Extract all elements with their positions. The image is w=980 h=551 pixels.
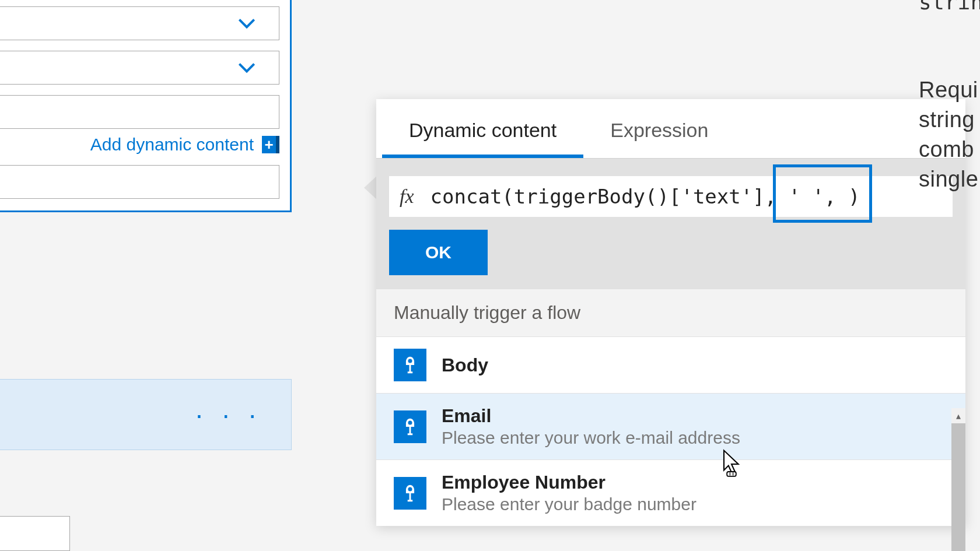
item-title: Body bbox=[442, 355, 488, 376]
ok-button[interactable]: OK bbox=[389, 230, 488, 275]
ok-row: OK bbox=[376, 230, 965, 289]
trigger-icon bbox=[394, 410, 426, 443]
tooltip-line: string bbox=[919, 105, 980, 135]
expression-bar-container: fx concat(triggerBody()['text'], ' ', ) bbox=[376, 159, 965, 230]
tooltip-line: comb bbox=[919, 135, 980, 164]
dynamic-content-list: Body Email Please enter your work e-mail… bbox=[376, 337, 965, 526]
collapsed-input-row[interactable] bbox=[0, 51, 279, 85]
action-card: Add dynamic content + bbox=[0, 0, 292, 212]
list-item[interactable]: Email Please enter your work e-mail addr… bbox=[376, 394, 965, 460]
tooltip-line: Requi bbox=[919, 75, 980, 105]
svg-point-0 bbox=[408, 359, 412, 363]
chevron-down-icon bbox=[236, 12, 258, 34]
list-item[interactable]: Employee Number Please enter your badge … bbox=[376, 460, 965, 526]
tab-dynamic-content[interactable]: Dynamic content bbox=[382, 119, 583, 158]
action-step-collapsed[interactable]: · · · bbox=[0, 379, 292, 450]
item-description: Please enter your badge number bbox=[442, 494, 696, 514]
item-title: Employee Number bbox=[442, 472, 696, 493]
tooltip-text-cut: strin Requi string comb single bbox=[919, 0, 980, 195]
item-title: Email bbox=[442, 405, 740, 427]
tab-bar: Dynamic content Expression bbox=[376, 99, 965, 159]
ellipsis-icon[interactable]: · · · bbox=[195, 399, 262, 430]
fx-icon: fx bbox=[400, 185, 414, 208]
tooltip-line: single bbox=[919, 164, 980, 194]
svg-point-1 bbox=[408, 420, 412, 424]
collapsed-input-row[interactable] bbox=[0, 6, 279, 40]
chevron-down-icon bbox=[236, 57, 258, 79]
expression-text: concat(triggerBody()['text'], ' ', ) bbox=[430, 185, 860, 208]
trigger-icon bbox=[394, 349, 426, 381]
partial-input[interactable]: e bbox=[0, 516, 70, 551]
add-dynamic-content-link[interactable]: Add dynamic content + bbox=[0, 129, 290, 155]
scroll-up-icon[interactable]: ▴ bbox=[951, 408, 965, 423]
plus-icon: + bbox=[262, 136, 279, 153]
item-description: Please enter your work e-mail address bbox=[442, 428, 740, 448]
svg-point-2 bbox=[408, 487, 412, 491]
scrollbar[interactable]: ▴ bbox=[951, 408, 965, 551]
expression-input[interactable]: fx concat(triggerBody()['text'], ' ', ) bbox=[389, 176, 953, 217]
trigger-icon bbox=[394, 477, 426, 510]
add-dynamic-content-label: Add dynamic content bbox=[90, 135, 254, 155]
content-section-header: Manually trigger a flow bbox=[376, 289, 965, 337]
tab-expression[interactable]: Expression bbox=[583, 119, 735, 158]
input-row[interactable] bbox=[0, 95, 279, 129]
tooltip-code: strin bbox=[919, 0, 980, 17]
dynamic-content-flyout: Dynamic content Expression fx concat(tri… bbox=[376, 99, 965, 526]
scroll-thumb[interactable] bbox=[951, 423, 965, 551]
input-row[interactable] bbox=[0, 165, 279, 199]
list-item[interactable]: Body bbox=[376, 337, 965, 394]
